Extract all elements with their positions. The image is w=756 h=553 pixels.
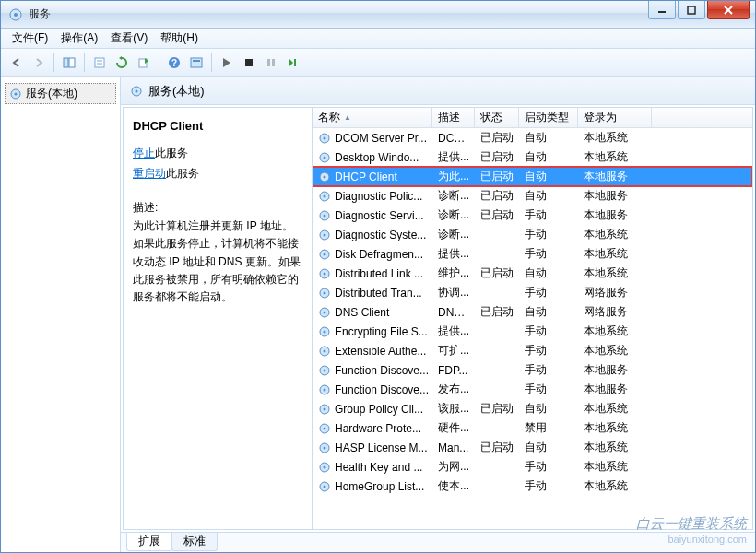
service-row[interactable]: Encrypting File S...提供...手动本地系统 <box>313 322 752 341</box>
back-button[interactable] <box>6 53 27 73</box>
show-hide-tree-button[interactable] <box>59 53 79 73</box>
cell-desc: FDP... <box>432 362 475 379</box>
properties-button[interactable] <box>89 53 110 73</box>
refresh-button[interactable] <box>112 53 132 73</box>
service-row[interactable]: Function Discove...FDP...手动本地服务 <box>313 360 752 380</box>
cell-desc: 使本... <box>432 477 475 496</box>
service-row[interactable]: Health Key and ...为网...手动本地系统 <box>313 457 752 477</box>
cell-logon: 本地系统 <box>578 147 652 167</box>
cell-logon: 本地系统 <box>578 341 652 360</box>
gear-icon <box>9 88 22 100</box>
svg-rect-8 <box>95 58 104 67</box>
service-row[interactable]: Diagnostic Syste...诊断...手动本地系统 <box>313 225 752 244</box>
gear-icon <box>318 422 331 435</box>
cell-logon: 本地系统 <box>578 457 652 477</box>
service-row[interactable]: Extensible Authe...可扩...手动本地系统 <box>313 341 752 360</box>
tab-standard[interactable]: 标准 <box>171 533 218 551</box>
content-panel: 服务(本地) DHCP Client 停止此服务 重启动此服务 描述: 为此计算… <box>121 77 755 552</box>
restart-service-button[interactable] <box>283 53 303 73</box>
cell-start: 手动 <box>519 206 578 225</box>
service-row[interactable]: Desktop Windo...提供...已启动自动本地系统 <box>313 147 752 167</box>
detail-title: DHCP Client <box>133 119 302 133</box>
gear-icon <box>318 287 331 300</box>
service-row[interactable]: DCOM Server Pr...DCO...已启动自动本地系统 <box>313 128 752 147</box>
gear-icon <box>318 209 331 222</box>
content-heading: 服务(本地) <box>121 77 755 105</box>
cell-start: 手动 <box>519 457 578 477</box>
cell-name: HomeGroup List... <box>313 478 432 495</box>
service-row[interactable]: Distributed Tran...协调...手动网络服务 <box>313 283 752 302</box>
gear-icon <box>130 85 143 98</box>
export-button[interactable] <box>134 53 154 73</box>
col-name[interactable]: 名称▲ <box>313 108 432 127</box>
col-desc[interactable]: 描述 <box>432 108 475 127</box>
cell-desc: 为此... <box>432 167 475 186</box>
service-row[interactable]: Diagnostic Polic...诊断...已启动自动本地服务 <box>313 186 752 206</box>
service-row[interactable]: Distributed Link ...维护...已启动自动本地系统 <box>313 264 752 283</box>
pause-service-button[interactable] <box>261 53 281 73</box>
cell-logon: 本地系统 <box>578 322 652 341</box>
service-row[interactable]: Function Discove...发布...手动本地服务 <box>313 380 752 399</box>
cell-start: 禁用 <box>519 418 578 438</box>
col-logon[interactable]: 登录为 <box>578 108 652 127</box>
gear-icon <box>318 364 331 377</box>
menubar: 文件(F) 操作(A) 查看(V) 帮助(H) <box>1 29 755 49</box>
detail-panel: DHCP Client 停止此服务 重启动此服务 描述: 为此计算机注册并更新 … <box>124 108 313 529</box>
service-row[interactable]: Group Policy Cli...该服...已启动自动本地系统 <box>313 399 752 418</box>
window-title: 服务 <box>29 6 648 22</box>
maximize-button[interactable] <box>678 1 705 19</box>
gear-icon <box>318 132 331 145</box>
gear-icon <box>318 267 331 280</box>
cell-status <box>475 485 519 488</box>
list-rows[interactable]: DCOM Server Pr...DCO...已启动自动本地系统Desktop … <box>313 128 752 529</box>
svg-point-21 <box>15 92 18 95</box>
forward-button[interactable] <box>29 53 49 73</box>
cell-status <box>475 369 519 372</box>
cell-status: 已启动 <box>475 186 519 206</box>
service-row[interactable]: Diagnostic Servi...诊断...已启动手动本地服务 <box>313 206 752 225</box>
cell-desc: 发布... <box>432 380 475 399</box>
tab-extended[interactable]: 扩展 <box>126 533 172 551</box>
restart-link[interactable]: 重启动 <box>133 167 166 180</box>
service-row[interactable]: HASP License M...Man...已启动自动本地系统 <box>313 438 752 457</box>
svg-point-29 <box>324 175 326 178</box>
help-button[interactable]: ? <box>164 53 184 73</box>
cell-name: HASP License M... <box>313 440 432 456</box>
filter-button[interactable] <box>186 53 207 73</box>
gear-icon <box>318 190 331 203</box>
service-row[interactable]: Disk Defragmen...提供...手动本地系统 <box>313 244 752 264</box>
svg-point-37 <box>324 253 326 255</box>
service-row[interactable]: Hardware Prote...硬件...禁用本地系统 <box>313 418 752 438</box>
menu-help[interactable]: 帮助(H) <box>155 29 204 48</box>
service-row[interactable]: HomeGroup List...使本...手动本地系统 <box>313 477 752 496</box>
cell-logon: 本地系统 <box>578 438 652 457</box>
col-status[interactable]: 状态 <box>475 108 519 127</box>
close-button[interactable] <box>707 1 750 19</box>
menu-action[interactable]: 操作(A) <box>55 29 103 48</box>
cell-desc: 为网... <box>432 457 475 477</box>
menu-file[interactable]: 文件(F) <box>6 29 53 48</box>
cell-desc: 协调... <box>432 283 475 302</box>
cell-desc: 维护... <box>432 264 475 283</box>
cell-logon: 网络服务 <box>578 283 652 302</box>
svg-point-33 <box>324 214 326 217</box>
cell-start: 手动 <box>519 341 578 360</box>
minimize-button[interactable] <box>648 1 676 19</box>
col-start[interactable]: 启动类型 <box>519 108 578 127</box>
cell-name: Diagnostic Servi... <box>313 207 432 224</box>
stop-link[interactable]: 停止 <box>133 147 155 159</box>
stop-service-button[interactable] <box>239 53 259 73</box>
cell-name: Distributed Link ... <box>313 265 432 282</box>
svg-point-49 <box>324 369 326 371</box>
start-service-button[interactable] <box>217 53 237 73</box>
cell-name: Diagnostic Syste... <box>313 227 432 243</box>
cell-status <box>475 233 519 237</box>
menu-view[interactable]: 查看(V) <box>105 29 153 48</box>
app-icon <box>8 7 23 22</box>
cell-desc: 诊断... <box>432 225 475 244</box>
cell-status <box>475 388 519 392</box>
gear-icon <box>318 229 331 241</box>
service-row[interactable]: DNS ClientDNS...已启动自动网络服务 <box>313 302 752 322</box>
tree-item-services-local[interactable]: 服务(本地) <box>5 83 116 104</box>
service-row[interactable]: DHCP Client为此...已启动自动本地服务 <box>313 167 752 186</box>
